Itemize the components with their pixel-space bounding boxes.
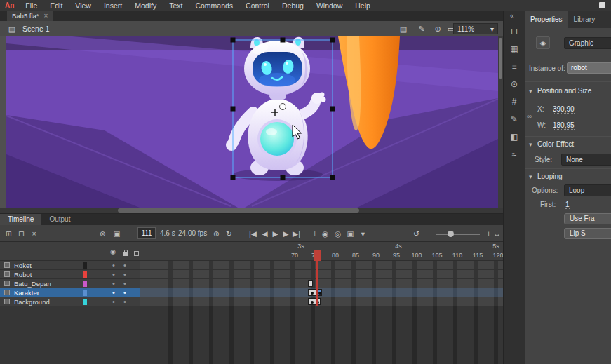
edit-multiple-frames-button[interactable]: ▣: [344, 227, 356, 240]
loop-button[interactable]: ↻: [223, 227, 235, 240]
app-logo[interactable]: An: [0, 1, 19, 9]
stage-pasteboard[interactable]: [0, 36, 503, 208]
frames-row-roket[interactable]: [140, 261, 503, 270]
menu-help[interactable]: Help: [349, 0, 377, 11]
dock-motion-icon[interactable]: ≈: [508, 148, 521, 161]
add-camera-button[interactable]: ⊚: [97, 227, 109, 240]
frames-grid[interactable]: [140, 261, 503, 364]
fit-timeline-button[interactable]: ↔: [491, 227, 503, 240]
keyframe-marker[interactable]: [308, 280, 313, 287]
layer-lock-dot[interactable]: [123, 297, 126, 306]
tab-properties[interactable]: Properties: [525, 11, 568, 28]
menu-file[interactable]: File: [19, 0, 43, 11]
menu-view[interactable]: View: [69, 0, 98, 11]
frames-row-batu-depan[interactable]: [140, 279, 503, 288]
layer-row-batu-depan[interactable]: Batu_Depan: [0, 279, 140, 288]
menu-modify[interactable]: Modify: [128, 0, 163, 11]
layer-color-swatch[interactable]: [83, 281, 87, 287]
playhead-handle[interactable]: [314, 250, 321, 261]
menu-insert[interactable]: Insert: [98, 0, 128, 11]
center-stage-icon[interactable]: ⊕: [431, 23, 444, 34]
playhead-line[interactable]: [316, 261, 318, 306]
layer-row-background[interactable]: Background: [0, 297, 140, 306]
dock-brush-icon[interactable]: ✎: [508, 113, 521, 126]
go-to-first-frame-button[interactable]: |◀: [247, 227, 259, 240]
layer-row-roket[interactable]: Roket: [0, 261, 140, 270]
frames-row-background[interactable]: [140, 297, 503, 306]
keyframe-marker[interactable]: [308, 298, 321, 305]
dock-color-icon[interactable]: ▦: [508, 43, 521, 55]
menu-window[interactable]: Window: [310, 0, 349, 11]
edit-symbols-icon[interactable]: ✎: [415, 23, 428, 34]
x-value[interactable]: 390,90: [553, 105, 575, 114]
show-layers-button[interactable]: ▣: [111, 227, 123, 240]
layer-visibility-dot[interactable]: [112, 279, 115, 288]
delete-layer-button[interactable]: ×: [28, 227, 40, 240]
onion-skin-button[interactable]: ◉: [319, 227, 331, 240]
layer-visibility-dot[interactable]: [112, 297, 115, 306]
collapse-panels-icon[interactable]: «: [510, 12, 514, 20]
dock-transform-icon[interactable]: #: [508, 95, 521, 108]
tab-output[interactable]: Output: [41, 214, 78, 225]
layer-lock-dot[interactable]: [123, 261, 126, 270]
new-folder-button[interactable]: ⊟: [15, 227, 27, 240]
modify-markers-button[interactable]: ▾: [357, 227, 369, 240]
stage-horizontal-scrollbar[interactable]: [0, 208, 503, 213]
style-dropdown[interactable]: None: [561, 154, 611, 166]
zoom-level-dropdown[interactable]: 111% ▾: [453, 23, 498, 34]
transform-point[interactable]: [280, 104, 286, 110]
dock-swatches-icon[interactable]: ◧: [508, 130, 521, 143]
instance-name-field[interactable]: robot: [567, 62, 611, 74]
layer-lock-dot[interactable]: [123, 288, 126, 297]
layer-color-swatch[interactable]: [83, 290, 87, 296]
dock-align-icon[interactable]: ≡: [508, 60, 521, 73]
menu-edit[interactable]: Edit: [43, 0, 69, 11]
onion-outline-button[interactable]: ◎: [332, 227, 344, 240]
stage-canvas[interactable]: [6, 36, 498, 208]
menu-commands[interactable]: Commands: [189, 0, 239, 11]
loop-options-dropdown[interactable]: Loop: [564, 184, 611, 196]
layer-visibility-dot[interactable]: [112, 288, 115, 297]
reset-timeline-zoom-button[interactable]: ↺: [410, 227, 422, 240]
layer-color-swatch[interactable]: [83, 262, 87, 269]
use-frame-picker-button[interactable]: Use Fra: [564, 213, 611, 224]
stage-vertical-scrollbar-thumb[interactable]: [499, 38, 502, 79]
timeline-zoom-slider[interactable]: [436, 234, 480, 235]
document-tab[interactable]: Bab5.fla* ×: [7, 11, 53, 21]
new-layer-button[interactable]: ⊞: [3, 227, 15, 240]
stage-vertical-scrollbar[interactable]: [498, 36, 503, 208]
document-tab-close-icon[interactable]: ×: [44, 11, 48, 21]
layer-row-robot[interactable]: Robot: [0, 270, 140, 279]
go-to-last-frame-button[interactable]: ▶|: [290, 227, 302, 240]
lock-icon[interactable]: [123, 252, 128, 256]
lip-sync-button[interactable]: Lip S: [564, 228, 611, 239]
layer-lock-dot[interactable]: [123, 279, 126, 288]
layer-row-karakter[interactable]: Karakter: [0, 288, 140, 297]
layer-color-swatch[interactable]: [83, 271, 87, 278]
edit-scene-icon[interactable]: ▤: [397, 23, 410, 34]
menu-control[interactable]: Control: [239, 0, 276, 11]
keyframe-marker[interactable]: [308, 289, 316, 296]
link-proportions-icon[interactable]: ∞: [527, 112, 532, 120]
tab-timeline[interactable]: Timeline: [0, 214, 41, 225]
onion-markers-button[interactable]: ⊣: [307, 227, 318, 240]
tab-library[interactable]: Library: [568, 11, 601, 28]
window-control-icon[interactable]: [599, 2, 605, 8]
layer-visibility-dot[interactable]: [112, 261, 115, 270]
eye-icon[interactable]: ◉: [110, 248, 116, 255]
menu-text[interactable]: Text: [163, 0, 189, 11]
layer-lock-dot[interactable]: [123, 270, 126, 279]
dock-info-icon[interactable]: ⊙: [508, 78, 521, 90]
center-frame-button[interactable]: ⊕: [210, 227, 222, 240]
stage-horizontal-scrollbar-thumb[interactable]: [118, 208, 359, 213]
timeline-zoom-out-button[interactable]: −: [425, 227, 437, 240]
frame-rate-readout[interactable]: 24.00 fps: [178, 229, 207, 237]
keyframe-marker-selected[interactable]: [317, 289, 322, 296]
frames-row-robot[interactable]: [140, 270, 503, 279]
layer-color-swatch[interactable]: [83, 299, 87, 305]
timeline-ruler[interactable]: 3s 4s 5s 6s 70 75 80 85 90 95 100 105 11…: [140, 242, 503, 261]
layer-visibility-dot[interactable]: [112, 270, 115, 279]
timeline-zoom-slider-thumb[interactable]: [448, 231, 454, 237]
current-frame-field[interactable]: 111: [137, 227, 156, 239]
first-frame-value[interactable]: 1: [565, 201, 570, 209]
